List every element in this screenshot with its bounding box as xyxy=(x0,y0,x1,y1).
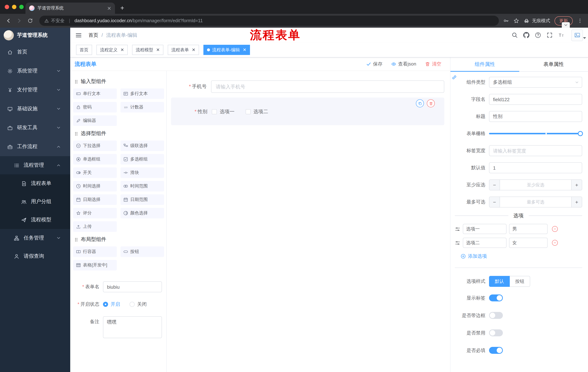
tag-close-icon[interactable]: ✕ xyxy=(120,48,124,52)
breadcrumb-home[interactable]: 首页 xyxy=(88,32,98,38)
label-width-input[interactable] xyxy=(489,145,582,156)
palette-item[interactable]: 表格[开发中] xyxy=(73,260,117,270)
sidebar-item-leave-query[interactable]: 请假查询 xyxy=(0,247,70,265)
tab-form-props[interactable]: 表单属性 xyxy=(519,57,588,71)
minus-button[interactable]: − xyxy=(489,180,500,190)
palette-item[interactable]: 按钮 xyxy=(120,246,164,257)
form-grid-slider[interactable] xyxy=(489,128,582,139)
sidebar-item-process-mgmt[interactable]: 流程管理 xyxy=(0,156,70,174)
tab-close-icon[interactable]: ✕ xyxy=(107,6,111,11)
drag-handle-icon[interactable] xyxy=(455,240,460,245)
palette-item[interactable]: 行容器 xyxy=(73,246,117,257)
tag-close-icon[interactable]: ✕ xyxy=(156,48,160,52)
window-close-button[interactable] xyxy=(5,5,9,9)
forward-button[interactable] xyxy=(15,16,24,25)
tag-3[interactable]: 流程表单✕ xyxy=(168,45,199,55)
palette-item[interactable]: 评分 xyxy=(73,208,117,218)
status-off-radio[interactable]: 关闭 xyxy=(129,301,147,308)
tag-4[interactable]: 流程表单-编辑✕ xyxy=(203,45,250,55)
palette-item[interactable]: 下拉选择 xyxy=(73,140,117,151)
default-value-input[interactable] xyxy=(489,162,582,173)
option-value-input[interactable] xyxy=(509,224,548,234)
sidebar-item-devtools[interactable]: 研发工具 xyxy=(0,118,70,137)
option-value-input[interactable] xyxy=(509,238,548,248)
min-select-value[interactable]: 至少应选 xyxy=(500,180,571,190)
kebab-menu-icon[interactable] xyxy=(577,18,583,24)
key-icon[interactable] xyxy=(503,18,509,24)
toggle-switch[interactable] xyxy=(489,347,503,354)
palette-item[interactable]: 单行文本 xyxy=(73,88,117,99)
clear-button[interactable]: 清空 xyxy=(425,61,441,67)
palette-item[interactable]: 123计数器 xyxy=(120,102,164,112)
link-icon[interactable] xyxy=(452,74,457,80)
sidebar-item-infrastructure[interactable]: 基础设施 xyxy=(0,99,70,118)
palette-item[interactable]: 时间选择 xyxy=(73,181,117,191)
copy-component-button[interactable] xyxy=(416,99,424,107)
hamburger-icon[interactable] xyxy=(75,32,82,38)
option-style-default-button[interactable]: 默认 xyxy=(489,276,510,287)
plus-button[interactable]: + xyxy=(571,180,582,190)
max-select-value[interactable]: 最多可选 xyxy=(500,197,571,207)
remove-option-button[interactable]: − xyxy=(552,226,558,232)
option-label-input[interactable] xyxy=(463,238,506,248)
github-icon[interactable] xyxy=(523,32,529,38)
form-remark-textarea[interactable]: 嘿嘿 xyxy=(103,316,162,338)
toggle-switch[interactable] xyxy=(489,295,503,301)
window-minimize-button[interactable] xyxy=(12,5,16,9)
title-input[interactable] xyxy=(489,111,582,122)
sidebar-item-user-group[interactable]: 用户分组 xyxy=(0,192,70,211)
phone-field-row[interactable]: 手机号 xyxy=(170,80,444,93)
search-icon[interactable] xyxy=(512,32,518,38)
star-outline-icon[interactable] xyxy=(514,18,519,24)
palette-item[interactable]: 开关 xyxy=(73,167,117,178)
sidebar-item-home[interactable]: 首页 xyxy=(0,43,70,62)
tag-0[interactable]: 首页 xyxy=(76,45,92,55)
user-avatar[interactable] xyxy=(571,29,583,41)
slider-handle[interactable] xyxy=(578,131,583,136)
tab-component-props[interactable]: 组件属性 xyxy=(451,57,519,71)
tag-2[interactable]: 流程模型✕ xyxy=(132,45,163,55)
sidebar-item-process-form[interactable]: 流程表单 xyxy=(0,174,70,192)
palette-item[interactable]: 多行文本 xyxy=(120,88,164,99)
window-zoom-button[interactable] xyxy=(19,5,24,9)
selected-component[interactable]: 性别 选项一 选项二 xyxy=(171,97,444,125)
palette-item[interactable]: 编辑器 xyxy=(73,115,117,126)
remove-option-button[interactable]: − xyxy=(552,240,558,246)
gender-option-1[interactable]: 选项一 xyxy=(212,108,234,115)
status-on-radio[interactable]: 开启 xyxy=(103,301,120,308)
palette-item[interactable]: 日期范围 xyxy=(120,194,164,205)
palette-item[interactable]: 密码 xyxy=(73,102,117,112)
question-icon[interactable] xyxy=(535,32,541,38)
delete-component-button[interactable] xyxy=(427,99,435,107)
view-json-button[interactable]: 查看json xyxy=(391,61,416,67)
form-canvas[interactable]: 手机号 性别 xyxy=(167,71,450,372)
add-option-button[interactable]: 添加选项 xyxy=(461,253,582,260)
form-name-input[interactable] xyxy=(103,281,162,292)
sidebar-logo[interactable]: 芋道管理系统 xyxy=(0,28,70,43)
address-bar[interactable]: 不安全 | dashboard.yudao.iocoder.cn/bpm/man… xyxy=(39,16,499,26)
tag-1[interactable]: 流程定义✕ xyxy=(96,45,128,55)
palette-item[interactable]: 上传 xyxy=(73,221,117,232)
new-tab-button[interactable]: + xyxy=(117,3,127,13)
toggle-switch[interactable] xyxy=(489,312,503,319)
sidebar-item-task-mgmt[interactable]: 任务管理 xyxy=(0,229,70,247)
tag-close-icon[interactable]: ✕ xyxy=(192,48,195,52)
field-name-input[interactable] xyxy=(489,94,582,105)
minus-button[interactable]: − xyxy=(489,197,500,207)
sidebar-item-workflow[interactable]: 工作流程 xyxy=(0,137,70,156)
browser-tab[interactable]: 芋道管理系统 ✕ xyxy=(25,2,115,14)
palette-item[interactable]: 级联选择 xyxy=(120,140,164,151)
reload-button[interactable] xyxy=(25,16,35,25)
option-style-button-button[interactable]: 按钮 xyxy=(510,276,530,287)
plus-button[interactable]: + xyxy=(571,197,582,207)
sidebar-item-payment[interactable]: 支付管理 xyxy=(0,80,70,99)
component-type-select[interactable]: 多选框组 xyxy=(489,77,582,88)
palette-item[interactable]: 多选框组 xyxy=(120,154,164,165)
palette-item[interactable]: 单选框组 xyxy=(73,154,117,165)
phone-field-input[interactable] xyxy=(211,80,444,93)
back-button[interactable] xyxy=(4,16,13,25)
collapse-chevron-button[interactable] xyxy=(562,22,570,28)
palette-item[interactable]: 时间范围 xyxy=(120,181,164,191)
save-button[interactable]: 保存 xyxy=(366,61,382,67)
sidebar-item-system[interactable]: 系统管理 xyxy=(0,62,70,80)
